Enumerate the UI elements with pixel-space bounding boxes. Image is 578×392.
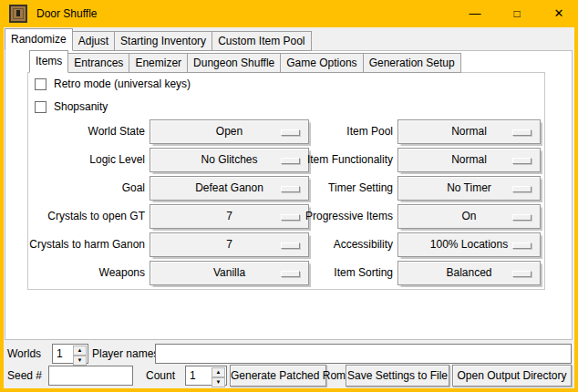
tab-custom-item-pool[interactable]: Custom Item Pool bbox=[212, 31, 311, 51]
shopsanity-label: Shopsanity bbox=[54, 100, 108, 113]
titlebar[interactable]: Door Shuffle — □ ✕ bbox=[0, 0, 578, 27]
minimize-button[interactable]: — bbox=[459, 0, 490, 27]
tab-generation-setup[interactable]: Generation Setup bbox=[363, 53, 461, 73]
accessibility-dropdown[interactable]: 100% Locations bbox=[397, 232, 541, 257]
tab-game-options[interactable]: Game Options bbox=[280, 53, 363, 73]
worlds-label: Worlds bbox=[7, 344, 41, 364]
generate-rom-button[interactable]: Generate Patched Rom bbox=[230, 365, 326, 387]
tab-adjust[interactable]: Adjust bbox=[72, 31, 115, 51]
timer-setting-value: No Timer bbox=[447, 181, 491, 194]
spinner-down-icon[interactable]: ▼ bbox=[73, 356, 87, 366]
world-state-label: World State bbox=[13, 119, 145, 144]
progressive-items-value: On bbox=[461, 210, 476, 222]
seed-input[interactable] bbox=[48, 366, 133, 386]
shopsanity-checkbox-row[interactable]: Shopsanity bbox=[35, 100, 108, 113]
dropdown-indicator-icon bbox=[512, 271, 532, 277]
dropdown-indicator-icon bbox=[512, 242, 532, 249]
timer-setting-dropdown[interactable]: No Timer bbox=[397, 176, 541, 201]
logic-level-label: Logic Level bbox=[13, 148, 145, 172]
minimize-icon: — bbox=[470, 6, 481, 20]
item-pool-dropdown[interactable]: Normal bbox=[397, 119, 541, 144]
inner-tab-row: Items Entrances Enemizer Dungeon Shuffle… bbox=[29, 51, 460, 73]
progressive-items-dropdown[interactable]: On bbox=[397, 204, 541, 229]
progressive-items-label: Progressive Items bbox=[263, 204, 393, 229]
tab-randomize[interactable]: Randomize bbox=[5, 28, 73, 51]
retro-mode-label: Retro mode (universal keys) bbox=[54, 77, 191, 90]
logic-level-value: No Glitches bbox=[201, 153, 257, 166]
retro-mode-checkbox-row[interactable]: Retro mode (universal keys) bbox=[35, 77, 191, 90]
accessibility-label: Accessibility bbox=[263, 232, 393, 257]
app-door-icon bbox=[9, 5, 27, 23]
maximize-button[interactable]: □ bbox=[501, 0, 532, 27]
shopsanity-checkbox[interactable] bbox=[35, 101, 46, 113]
player-names-input[interactable] bbox=[155, 344, 572, 364]
count-spinner-arrows: ▲ ▼ bbox=[212, 367, 225, 384]
tab-enemizer[interactable]: Enemizer bbox=[129, 53, 188, 73]
item-functionality-label: Item Functionality bbox=[263, 148, 393, 172]
spinner-down-icon[interactable]: ▼ bbox=[212, 377, 225, 387]
count-spinner[interactable]: 1 ▲ ▼ bbox=[185, 366, 227, 386]
worlds-spinner[interactable]: 1 ▲ ▼ bbox=[52, 344, 88, 364]
item-functionality-dropdown[interactable]: Normal bbox=[397, 148, 541, 172]
spinner-up-icon[interactable]: ▲ bbox=[73, 346, 87, 356]
tab-dungeon-shuffle[interactable]: Dungeon Shuffle bbox=[187, 53, 281, 73]
goal-value: Defeat Ganon bbox=[195, 181, 263, 194]
worlds-value: 1 bbox=[57, 345, 63, 363]
item-pool-label: Item Pool bbox=[263, 119, 393, 144]
retro-mode-checkbox[interactable] bbox=[35, 78, 46, 90]
item-pool-value: Normal bbox=[451, 125, 487, 138]
timer-setting-label: Timer Setting bbox=[263, 176, 393, 201]
worlds-spinner-arrows: ▲ ▼ bbox=[73, 346, 87, 362]
item-sorting-label: Item Sorting bbox=[263, 261, 393, 285]
open-output-button[interactable]: Open Output Directory bbox=[452, 365, 572, 387]
crystals-gt-label: Crystals to open GT bbox=[13, 204, 145, 229]
close-button[interactable]: ✕ bbox=[543, 0, 574, 27]
goal-label: Goal bbox=[13, 176, 145, 201]
item-sorting-value: Balanced bbox=[446, 266, 491, 279]
tab-entrances[interactable]: Entrances bbox=[67, 53, 129, 73]
world-state-value: Open bbox=[216, 125, 243, 138]
tab-items[interactable]: Items bbox=[29, 50, 68, 73]
spinner-up-icon[interactable]: ▲ bbox=[212, 367, 225, 377]
dropdown-indicator-icon bbox=[512, 129, 532, 136]
count-value: 1 bbox=[190, 366, 196, 385]
dropdown-indicator-icon bbox=[512, 214, 532, 221]
crystals-ganon-value: 7 bbox=[226, 238, 232, 251]
seed-label: Seed # bbox=[7, 366, 42, 386]
item-sorting-dropdown[interactable]: Balanced bbox=[397, 261, 541, 285]
close-icon: ✕ bbox=[554, 6, 564, 20]
crystals-gt-value: 7 bbox=[226, 210, 232, 222]
count-label: Count bbox=[146, 366, 175, 386]
outer-tab-row: Randomize Adjust Starting Inventory Cust… bbox=[5, 29, 311, 51]
tab-starting-inventory[interactable]: Starting Inventory bbox=[114, 31, 212, 51]
weapons-label: Weapons bbox=[13, 261, 145, 285]
dropdown-indicator-icon bbox=[512, 186, 532, 192]
dropdown-indicator-icon bbox=[512, 158, 532, 164]
weapons-value: Vanilla bbox=[213, 266, 245, 279]
item-functionality-value: Normal bbox=[451, 153, 487, 166]
crystals-ganon-label: Crystals to harm Ganon bbox=[13, 232, 145, 257]
door-shuffle-window: Door Shuffle — □ ✕ Randomize Adjust Star… bbox=[0, 0, 578, 392]
window-body: Door Shuffle — □ ✕ Randomize Adjust Star… bbox=[4, 0, 574, 388]
accessibility-value: 100% Locations bbox=[430, 238, 508, 251]
window-title: Door Shuffle bbox=[36, 0, 98, 27]
save-settings-button[interactable]: Save Settings to File bbox=[346, 365, 449, 387]
maximize-icon: □ bbox=[513, 7, 520, 20]
player-names-label: Player names bbox=[92, 344, 159, 364]
